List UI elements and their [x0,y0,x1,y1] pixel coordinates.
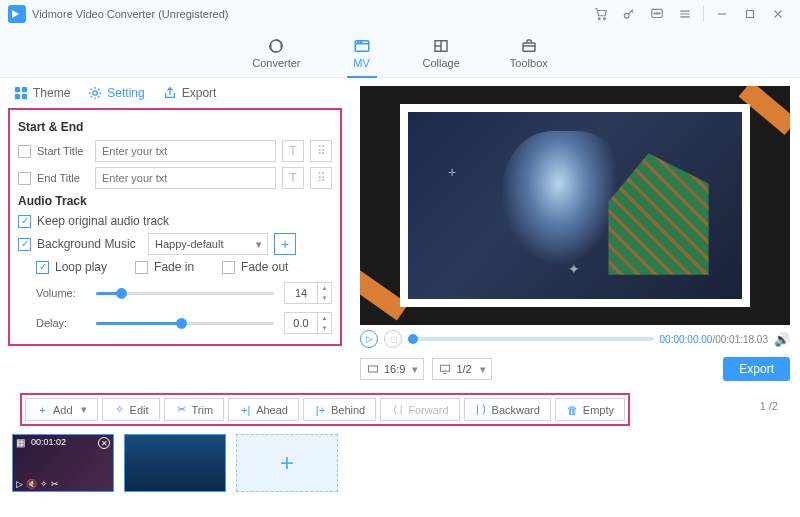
maximize-icon[interactable] [740,4,760,24]
play-icon[interactable]: ▷ [16,479,23,489]
subtabs: Theme Setting Export [0,78,350,108]
start-title-input[interactable] [95,140,276,162]
volume-label: Volume: [36,287,86,299]
key-icon[interactable] [619,4,639,24]
tab-setting[interactable]: Setting [88,86,144,100]
add-clip-button[interactable]: + [236,434,338,492]
bg-music-value: Happy-default [155,238,224,250]
theme-icon [14,86,28,100]
nav-label: Toolbox [510,57,548,69]
minimize-icon[interactable] [712,4,732,24]
thumbnails: ▦ 00:01:02 ✕ ▷🔇✧✂ + [0,426,800,500]
preview-image: + + ✦ [408,112,742,299]
svg-point-6 [659,13,660,14]
add-music-button[interactable]: + [274,233,296,255]
delay-value[interactable]: 0.0▲▼ [284,312,332,334]
gear-icon [88,86,102,100]
feedback-icon[interactable] [647,4,667,24]
progress-bar[interactable] [408,337,654,341]
nav-mv[interactable]: MV [351,37,373,69]
ahead-button[interactable]: +|Ahead [228,398,299,421]
bg-music-checkbox[interactable] [18,238,31,251]
titlebar: Vidmore Video Converter (Unregistered) [0,0,800,28]
clip-thumb-1[interactable]: ▦ 00:01:02 ✕ ▷🔇✧✂ [12,434,114,492]
scissors-icon: ✂ [175,403,188,416]
svg-rect-13 [523,43,535,51]
nav-toolbox[interactable]: Toolbox [510,37,548,69]
keep-original-checkbox[interactable] [18,215,31,228]
clip-duration: 00:01:02 [31,437,66,447]
nav-label: MV [353,57,370,69]
volume-slider[interactable] [96,286,274,300]
trim-button[interactable]: ✂Trim [164,398,225,421]
start-title-label: Start Title [37,145,89,157]
loop-checkbox[interactable] [36,261,49,274]
mute-icon[interactable]: 🔇 [26,479,37,489]
volume-value[interactable]: 14▲▼ [284,282,332,304]
app-logo [8,5,26,23]
ahead-icon: +| [239,404,252,416]
forward-button[interactable]: ⟨ |Forward [380,398,459,421]
top-nav: Converter MV Collage Toolbox [0,28,800,78]
screen-icon [439,363,451,375]
text-options-icon[interactable]: ⠿ [310,140,332,162]
clip-thumb-2[interactable] [124,434,226,492]
playbar: ▷ ◻ 00:00:00.00/00:01:18.03 🔊 [360,325,790,353]
tab-label: Theme [33,86,70,100]
edit-button[interactable]: ✧Edit [102,398,160,421]
forward-icon: ⟨ | [391,403,404,416]
section-start-end: Start & End [18,120,332,134]
nav-label: Collage [423,57,460,69]
nav-converter[interactable]: Converter [252,37,300,69]
empty-button[interactable]: 🗑Empty [555,398,625,421]
stop-button[interactable]: ◻ [384,330,402,348]
svg-point-5 [656,13,657,14]
svg-point-4 [654,13,655,14]
end-title-input[interactable] [95,167,276,189]
nav-label: Converter [252,57,300,69]
format-bar: 16:9 1/2 Export [360,353,790,385]
cut-icon[interactable]: ✂ [51,479,59,489]
svg-point-1 [604,18,606,20]
nav-collage[interactable]: Collage [423,37,460,69]
end-title-checkbox[interactable] [18,172,31,185]
end-title-label: End Title [37,172,89,184]
svg-point-2 [624,13,629,18]
behind-button[interactable]: |+Behind [303,398,376,421]
start-title-checkbox[interactable] [18,145,31,158]
delay-slider[interactable] [96,316,274,330]
fraction-select[interactable]: 1/2 [432,358,492,380]
aspect-select[interactable]: 16:9 [360,358,424,380]
app-title: Vidmore Video Converter (Unregistered) [32,8,228,20]
text-options-icon[interactable]: ⠿ [310,167,332,189]
aspect-icon [367,363,379,375]
fadeout-checkbox[interactable] [222,261,235,274]
backward-button[interactable]: | ⟩Backward [464,398,551,421]
spin-up-icon[interactable]: ▲ [318,283,331,293]
page-indicator: 1 /2 [760,400,790,412]
effect-icon[interactable]: ✧ [40,479,48,489]
svg-point-0 [598,18,600,20]
volume-icon[interactable]: 🔊 [774,332,790,347]
close-icon[interactable] [768,4,788,24]
fadein-checkbox[interactable] [135,261,148,274]
export-button[interactable]: Export [723,357,790,381]
spin-up-icon[interactable]: ▲ [318,313,331,323]
preview: + + ✦ [360,86,790,325]
tab-export[interactable]: Export [163,86,217,100]
svg-point-11 [360,41,361,42]
tab-theme[interactable]: Theme [14,86,70,100]
text-style-icon[interactable]: T [282,167,304,189]
spin-down-icon[interactable]: ▼ [318,323,331,333]
remove-clip-icon[interactable]: ✕ [98,437,110,449]
add-button[interactable]: +Add▾ [25,398,98,421]
svg-rect-19 [369,366,378,372]
converter-icon [265,37,287,55]
bg-music-select[interactable]: Happy-default [148,233,268,255]
cart-icon[interactable] [591,4,611,24]
text-style-icon[interactable]: T [282,140,304,162]
spin-down-icon[interactable]: ▼ [318,293,331,303]
menu-icon[interactable] [675,4,695,24]
fadeout-label: Fade out [241,260,288,274]
play-button[interactable]: ▷ [360,330,378,348]
